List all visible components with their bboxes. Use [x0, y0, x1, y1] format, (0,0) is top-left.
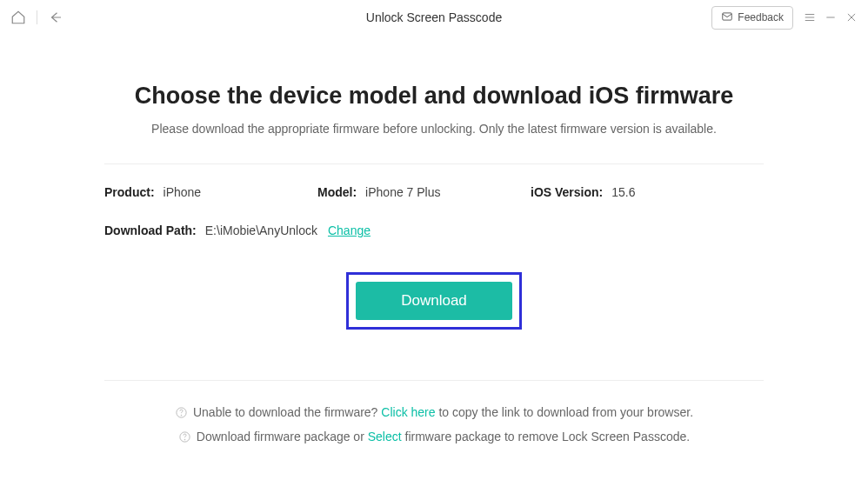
- main-content: Choose the device model and download iOS…: [0, 35, 868, 443]
- close-icon[interactable]: [845, 11, 858, 23]
- click-here-link[interactable]: Click here: [381, 405, 435, 419]
- ios-info: iOS Version: 15.6: [531, 185, 636, 199]
- minimize-icon[interactable]: [825, 11, 837, 23]
- download-button[interactable]: Download: [356, 282, 512, 320]
- window-title: Unlock Screen Passcode: [366, 10, 502, 24]
- download-highlight: Download: [346, 272, 522, 330]
- page-subheading: Please download the appropriate firmware…: [104, 122, 764, 136]
- svg-point-10: [184, 439, 185, 440]
- window-controls: [804, 11, 858, 23]
- menu-icon[interactable]: [804, 11, 816, 23]
- svg-point-8: [181, 415, 182, 416]
- hint-line-1: Unable to download the firmware? Click h…: [104, 405, 764, 419]
- page-heading: Choose the device model and download iOS…: [104, 83, 764, 110]
- model-value: iPhone 7 Plus: [365, 185, 440, 199]
- path-label: Download Path:: [104, 223, 197, 237]
- hint-line-2: Download firmware package or Select firm…: [104, 430, 764, 443]
- product-info: Product: iPhone: [104, 185, 317, 199]
- titlebar: Unlock Screen Passcode Feedback: [0, 0, 868, 35]
- back-icon[interactable]: [48, 10, 63, 25]
- hint1-post: to copy the link to download from your b…: [436, 405, 693, 419]
- hint2-post: firmware package to remove Lock Screen P…: [402, 430, 691, 443]
- select-link[interactable]: Select: [368, 430, 402, 443]
- titlebar-left: [10, 10, 63, 25]
- model-label: Model:: [317, 185, 357, 199]
- ios-value: 15.6: [611, 185, 635, 199]
- home-icon[interactable]: [10, 10, 26, 25]
- download-path-row: Download Path: E:\iMobie\AnyUnlock Chang…: [104, 223, 764, 237]
- product-label: Product:: [104, 185, 155, 199]
- hint2-pre: Download firmware package or: [197, 430, 368, 443]
- download-container: Download: [104, 272, 764, 330]
- divider-top: [104, 163, 764, 164]
- product-value: iPhone: [164, 185, 202, 199]
- ios-label: iOS Version:: [531, 185, 603, 199]
- divider-bottom: [104, 380, 764, 381]
- change-link[interactable]: Change: [328, 223, 371, 237]
- model-info: Model: iPhone 7 Plus: [317, 185, 531, 199]
- path-value: E:\iMobie\AnyUnlock: [205, 223, 317, 237]
- feedback-button[interactable]: Feedback: [711, 6, 793, 30]
- divider: [37, 10, 37, 24]
- question-icon: [175, 406, 188, 419]
- feedback-label: Feedback: [738, 11, 784, 23]
- titlebar-right: Feedback: [711, 6, 858, 30]
- mail-icon: [721, 10, 733, 25]
- hint1-pre: Unable to download the firmware?: [193, 405, 381, 419]
- device-info-row: Product: iPhone Model: iPhone 7 Plus iOS…: [104, 185, 764, 199]
- svg-rect-0: [723, 12, 732, 19]
- question-icon: [178, 430, 191, 443]
